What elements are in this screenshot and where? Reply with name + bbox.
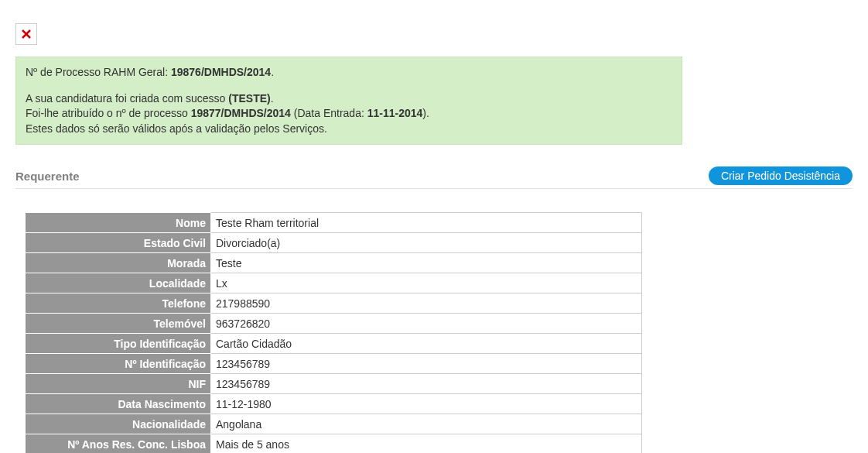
field-value: Mais de 5 anos: [211, 434, 642, 453]
field-label: Nº Identificação: [26, 354, 211, 374]
created-tag: (TESTE): [228, 92, 270, 105]
section-header: Requerente Criar Pedido Desistência: [15, 166, 853, 189]
section-title: Requerente: [15, 170, 80, 183]
field-value: 123456789: [211, 374, 642, 394]
field-label: Data Nascimento: [26, 394, 211, 414]
field-label: Estado Civil: [26, 233, 211, 253]
entry-date: 11-11-2014: [367, 107, 423, 119]
field-label: Morada: [26, 253, 211, 273]
table-row: Data Nascimento11-12-1980: [26, 394, 642, 414]
field-value: 123456789: [211, 354, 642, 374]
proc-dot: .: [271, 66, 274, 78]
validation-note: Estes dados só serão válidos após a vali…: [26, 122, 672, 137]
field-value: Divorciado(a): [211, 233, 642, 253]
field-value: Cartão Cidadão: [211, 334, 642, 354]
field-label: Tipo Identificação: [26, 334, 211, 354]
assigned-prefix: Foi-lhe atribuído o nº de processo: [26, 107, 191, 119]
field-label: Telefone: [26, 293, 211, 314]
field-label: Telemóvel: [26, 314, 211, 334]
table-row: Telemóvel963726820: [26, 314, 642, 334]
field-value: 217988590: [211, 293, 642, 314]
table-row: NacionalidadeAngolana: [26, 414, 642, 434]
field-value: Teste Rham territorial: [211, 213, 642, 233]
entry-prefix: (Data Entrada:: [291, 107, 367, 119]
field-value: 963726820: [211, 314, 642, 334]
field-value: 11-12-1980: [211, 394, 642, 414]
created-dot: .: [271, 92, 274, 105]
field-label: Nº Anos Res. Conc. Lisboa: [26, 434, 211, 453]
table-row: Estado CivilDivorciado(a): [26, 233, 642, 253]
create-withdrawal-button[interactable]: Criar Pedido Desistência: [709, 166, 853, 185]
close-button[interactable]: [15, 23, 37, 45]
applicant-table: NomeTeste Rham territorialEstado CivilDi…: [25, 212, 642, 453]
field-label: NIF: [26, 374, 211, 394]
table-row: Nº Anos Res. Conc. LisboaMais de 5 anos: [26, 434, 642, 453]
table-row: Telefone217988590: [26, 293, 642, 314]
assigned-number: 19877/DMHDS/2014: [191, 107, 291, 119]
success-message: Nº de Processo RAHM Geral: 19876/DMHDS/2…: [15, 57, 682, 145]
field-value: Lx: [211, 273, 642, 293]
proc-number: 19876/DMHDS/2014: [171, 66, 271, 78]
table-row: Nº Identificação123456789: [26, 354, 642, 374]
created-prefix: A sua candidatura foi criada com sucesso: [26, 92, 228, 105]
proc-label: Nº de Processo RAHM Geral:: [26, 66, 171, 78]
field-value: Angolana: [211, 414, 642, 434]
table-row: LocalidadeLx: [26, 273, 642, 293]
table-row: Tipo IdentificaçãoCartão Cidadão: [26, 334, 642, 354]
close-icon: [21, 29, 32, 39]
field-label: Localidade: [26, 273, 211, 293]
field-label: Nome: [26, 213, 211, 233]
field-value: Teste: [211, 253, 642, 273]
table-row: NIF123456789: [26, 374, 642, 394]
table-row: NomeTeste Rham territorial: [26, 213, 642, 233]
entry-suffix: ).: [422, 107, 429, 119]
table-row: MoradaTeste: [26, 253, 642, 273]
field-label: Nacionalidade: [26, 414, 211, 434]
